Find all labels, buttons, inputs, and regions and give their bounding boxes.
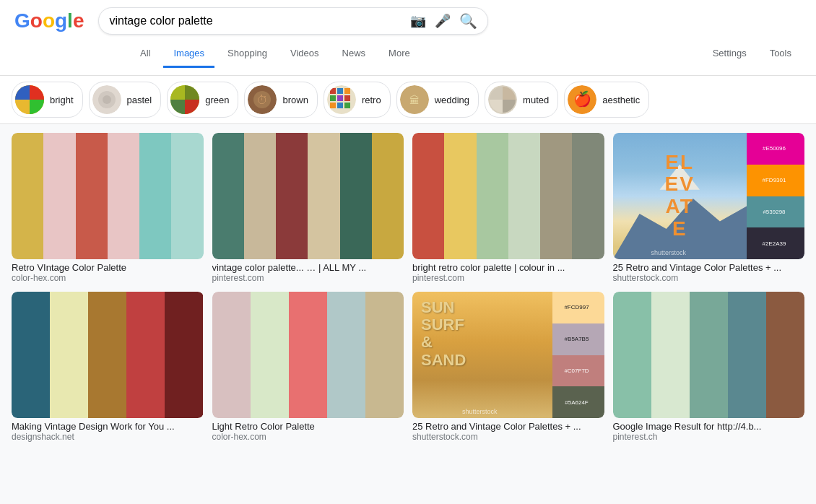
filter-thumb-green [170,85,199,114]
swatch [212,292,251,418]
nav-right: Settings Tools [703,40,802,68]
tab-images[interactable]: Images [163,40,214,68]
filter-thumb-brown: ⏱ [248,85,277,114]
tab-news[interactable]: News [332,40,376,68]
svg-rect-23 [337,103,343,108]
surf-swatches: #FCD997 #B5A7B5 #C07F7D #5A624F [552,292,604,418]
google-logo[interactable]: Google [14,9,84,32]
svg-rect-8 [170,85,185,100]
swatch [508,133,540,259]
swatch-hex-7: #C07F7D [552,355,604,387]
search-icon[interactable]: 🔍 [459,12,477,30]
result-card-2[interactable]: vintage color palette... … | ALL MY ... … [212,133,404,283]
result-card-6[interactable]: Light Retro Color Palette color-hex.com [212,292,404,442]
tab-shopping[interactable]: Shopping [217,40,277,68]
swatch-hex-4: #2E2A39 [747,227,804,259]
svg-rect-1 [15,85,30,100]
result-card-4[interactable]: ELEVATE shutterstock #E50096 #FD9301 #53… [613,133,805,283]
tab-settings[interactable]: Settings [703,40,757,68]
logo-g: G [14,9,30,32]
filter-chip-aesthetic[interactable]: 🍎 aesthetic [564,82,649,118]
mic-icon[interactable]: 🎤 [435,13,451,29]
result-image-5 [12,292,204,418]
filter-thumb-aesthetic: 🍎 [568,85,596,114]
svg-rect-16 [330,88,336,94]
swatch [251,292,289,418]
nav-tabs: All Images Shopping Videos News More Set… [14,40,802,68]
swatch [766,292,804,418]
swatch-hex-6: #B5A7B5 [552,323,604,355]
svg-rect-10 [170,100,185,114]
filter-chip-wedding[interactable]: 🏛 wedding [396,82,479,118]
palette-1 [12,133,204,259]
shutterstock-card-1: ELEVATE shutterstock #E50096 #FD9301 #53… [613,133,805,259]
result-image-7: SUNSURF&SAND shutterstock #FCD997 #B5A7B… [412,292,604,418]
swatch [728,292,766,418]
result-image-2 [212,133,404,259]
svg-rect-21 [344,95,350,101]
main-content: Retro VIntage Color Palette color-hex.co… [0,124,816,451]
filter-label-retro: retro [362,95,381,105]
swatch [289,292,327,418]
swatch-hex-3: #539298 [747,196,804,228]
filter-thumb-retro [327,85,356,114]
swatch-hex-1: #E50096 [747,133,804,165]
result-image-3 [412,133,604,259]
result-card-5[interactable]: Making Vintage Design Work for You ... d… [12,292,204,442]
camera-icon[interactable]: 📷 [410,13,426,29]
result-source-8: pinterest.ch [613,432,805,442]
swatch [365,292,404,418]
result-source-3: pinterest.com [412,273,604,283]
swatch [690,292,728,418]
svg-text:⏱: ⏱ [256,94,268,106]
swatch [43,133,75,259]
logo-l: l [67,9,73,32]
logo-o1: o [30,9,43,32]
swatch [50,292,88,418]
header-top: Google 📷 🎤 🔍 [14,7,802,35]
swatch [572,133,604,259]
result-title-4: 25 Retro and Vintage Color Palettes + ..… [613,262,805,273]
palette-2 [212,133,404,259]
result-card-8[interactable]: Google Image Result for http://4.b... pi… [613,292,805,442]
filter-chip-pastel[interactable]: pastel [89,82,162,118]
filter-label-wedding: wedding [435,95,469,105]
swatch [76,133,108,259]
result-image-8 [613,292,805,418]
google-result-card [613,292,805,418]
filter-label-muted: muted [523,95,549,105]
filter-chip-brown[interactable]: ⏱ brown [244,82,317,118]
result-card-3[interactable]: bright retro color palette | colour in .… [412,133,604,283]
image-grid: Retro VIntage Color Palette color-hex.co… [12,133,804,442]
result-card-7[interactable]: SUNSURF&SAND shutterstock #FCD997 #B5A7B… [412,292,604,442]
filter-bar: bright pastel green [0,76,816,124]
result-title-8: Google Image Result for http://4.b... [613,421,805,432]
result-card-1[interactable]: Retro VIntage Color Palette color-hex.co… [12,133,204,283]
svg-rect-20 [337,95,343,101]
design-card [12,292,204,418]
search-bar: 📷 🎤 🔍 [98,7,488,35]
tab-tools[interactable]: Tools [760,40,802,68]
tab-more[interactable]: More [378,40,420,68]
filter-chip-bright[interactable]: bright [12,82,83,118]
swatch [613,292,651,418]
tab-videos[interactable]: Videos [280,40,329,68]
svg-rect-11 [185,100,199,114]
swatch [88,292,126,418]
swatch [139,133,171,259]
result-image-4: ELEVATE shutterstock #E50096 #FD9301 #53… [613,133,805,259]
filter-chip-retro[interactable]: retro [324,82,391,118]
search-input[interactable] [109,14,410,27]
tab-all[interactable]: All [130,40,160,68]
filter-chip-muted[interactable]: muted [485,82,558,118]
result-source-5: designshack.net [12,432,204,442]
filter-thumb-bright [15,85,44,114]
result-title-6: Light Retro Color Palette [212,421,404,432]
filter-chip-green[interactable]: green [167,82,238,118]
light-palette [212,292,404,418]
filter-thumb-muted [488,85,517,114]
svg-rect-9 [185,85,199,100]
result-image-1 [12,133,204,259]
svg-rect-22 [330,103,336,108]
shutterstock-swatches-1: #E50096 #FD9301 #539298 #2E2A39 [747,133,804,259]
